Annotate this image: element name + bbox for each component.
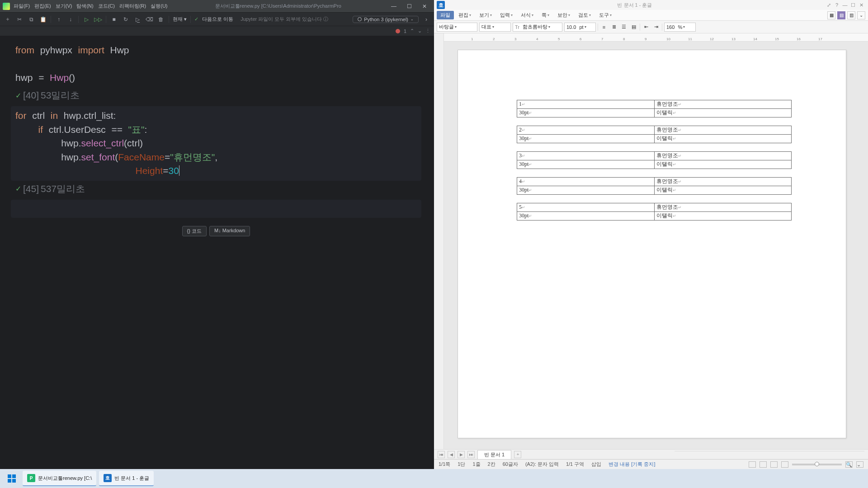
add-cell-icon[interactable]: ＋ bbox=[4, 15, 12, 23]
document-table[interactable]: 3↵휴먼명조↵30pt↵이탤릭↵ bbox=[517, 151, 792, 169]
zoom-fit-icon[interactable]: 🔍 bbox=[845, 461, 853, 468]
hg-help-icon[interactable]: ? bbox=[833, 2, 841, 8]
align-center-icon[interactable]: ≣ bbox=[610, 23, 618, 31]
pycharm-menu-item[interactable]: 실행(U) bbox=[149, 2, 169, 10]
add-code-cell-button[interactable]: {} 코드 bbox=[182, 226, 207, 236]
view-mode-1-icon[interactable] bbox=[749, 461, 756, 468]
vertical-ruler bbox=[434, 33, 444, 449]
document-table[interactable]: 2↵휴먼명조↵30pt↵이탤릭↵ bbox=[517, 126, 792, 143]
view-mode-2-icon[interactable] bbox=[760, 461, 767, 468]
align-justify-icon[interactable]: ▤ bbox=[630, 23, 638, 31]
hangul-menu-item[interactable]: 편집▾ bbox=[455, 11, 475, 19]
pycharm-menu-item[interactable]: 편집(E) bbox=[33, 2, 53, 10]
goto-next-label[interactable]: 다음으로 이동 bbox=[202, 16, 233, 23]
add-tab-icon[interactable]: ＋ bbox=[514, 451, 521, 458]
taskbar-app[interactable]: P문서비교툴renew.py [C:\ bbox=[23, 471, 96, 486]
document-tab[interactable]: 빈 문서 1 bbox=[477, 450, 511, 459]
tab-next-icon[interactable]: ▶ bbox=[458, 451, 465, 458]
minimize-button[interactable]: — bbox=[387, 3, 401, 9]
zoom-combo[interactable]: 160 %▾ bbox=[664, 23, 696, 32]
delete-icon[interactable]: 🗑 bbox=[157, 15, 165, 23]
hangul-titlebar: 호 빈 문서 1 - 훈글 ⤢ ? — ☐ ✕ bbox=[434, 0, 868, 10]
toolbar-overflow-icon[interactable]: › bbox=[422, 15, 430, 23]
hangul-menu-item[interactable]: 쪽▾ bbox=[538, 11, 553, 19]
hangul-menu-item[interactable]: 입력▾ bbox=[496, 11, 516, 19]
move-down-icon[interactable]: ↓ bbox=[66, 15, 75, 23]
nav-up-icon[interactable]: ⌃ bbox=[410, 28, 414, 34]
stop-icon[interactable]: ■ bbox=[110, 15, 118, 23]
view-toggle-2[interactable]: ▤ bbox=[837, 11, 845, 19]
align-left-icon[interactable]: ≡ bbox=[600, 23, 608, 31]
maximize-button[interactable]: ☐ bbox=[402, 3, 416, 9]
indent-icon[interactable]: ⇤ bbox=[642, 23, 650, 31]
copy-icon[interactable]: ⧉ bbox=[27, 15, 35, 23]
view-mode-4-icon[interactable] bbox=[781, 461, 788, 468]
pycharm-menu-item[interactable]: 코드(C) bbox=[96, 2, 117, 10]
cut-icon[interactable]: ✂ bbox=[15, 15, 24, 23]
code-cell[interactable]: from pyhwpx import Hwp hwp = Hwp() bbox=[11, 41, 421, 87]
app-icon: 호 bbox=[104, 474, 112, 482]
paste-icon[interactable]: 📋 bbox=[39, 15, 47, 23]
app-label: 문서비교툴renew.py [C:\ bbox=[38, 475, 92, 482]
horizontal-scrollbar[interactable] bbox=[675, 451, 864, 458]
run-cell-icon[interactable]: ▷ bbox=[82, 15, 90, 23]
hangul-menu-item[interactable]: 파일 bbox=[437, 11, 454, 19]
outdent-icon[interactable]: ⇥ bbox=[652, 23, 660, 31]
hg-maximize-button[interactable]: ☐ bbox=[849, 2, 857, 8]
add-markdown-cell-button[interactable]: M↓ Markdown bbox=[209, 226, 250, 236]
code-cell[interactable]: for ctrl in hwp.ctrl_list: if ctrl.UserD… bbox=[11, 106, 421, 180]
hangul-title: 빈 문서 1 - 훈글 bbox=[445, 2, 825, 9]
error-indicator-icon[interactable] bbox=[396, 29, 400, 33]
pycharm-menu-item[interactable]: 리팩터링(R) bbox=[118, 2, 148, 10]
pycharm-menu-item[interactable]: 보기(V) bbox=[54, 2, 74, 10]
windows-taskbar: P문서비교툴renew.py [C:\호빈 문서 1 - 훈글 bbox=[0, 469, 868, 488]
close-button[interactable]: ✕ bbox=[418, 3, 431, 9]
font-combo[interactable]: Tr 함초롬바탕▾ bbox=[513, 23, 562, 32]
hg-expand-icon[interactable]: ⤢ bbox=[825, 2, 833, 8]
pycharm-menu-item[interactable]: 탐색(N) bbox=[75, 2, 95, 10]
empty-cell[interactable] bbox=[11, 200, 421, 218]
restart-icon[interactable]: ↻ bbox=[122, 15, 130, 23]
inspection-menu-icon[interactable]: ⋮ bbox=[425, 28, 430, 34]
para-combo[interactable]: 대표▾ bbox=[479, 23, 511, 32]
zoom-slider[interactable] bbox=[792, 464, 842, 465]
pycharm-menu-item[interactable]: 파일(F) bbox=[12, 2, 32, 10]
document-table[interactable]: 5↵휴먼명조↵30pt↵이탤릭↵ bbox=[517, 203, 792, 221]
cell-output-status: ✓[40] 53밀리초 bbox=[11, 88, 421, 103]
hangul-menu-item[interactable]: 보기▾ bbox=[476, 11, 495, 19]
view-mode-3-icon[interactable] bbox=[770, 461, 778, 468]
run-config-dropdown[interactable]: 현재 ▾ bbox=[173, 16, 187, 23]
run-all-icon[interactable]: ▷▷ bbox=[94, 15, 102, 23]
zoom-menu-icon[interactable]: ⌄ bbox=[856, 461, 863, 468]
taskbar-app[interactable]: 호빈 문서 1 - 훈글 bbox=[99, 471, 154, 486]
hangul-menu-item[interactable]: 검토▾ bbox=[575, 11, 594, 19]
align-right-icon[interactable]: ☰ bbox=[620, 23, 628, 31]
document-table[interactable]: 1↵휴먼명조↵30pt↵이탤릭↵ bbox=[517, 100, 792, 117]
start-button[interactable] bbox=[4, 471, 20, 486]
tab-first-icon[interactable]: ⏮ bbox=[438, 451, 445, 458]
tab-last-icon[interactable]: ⏭ bbox=[467, 451, 475, 458]
view-toggle-dropdown[interactable]: ⌄ bbox=[857, 11, 865, 19]
document-page[interactable]: 1↵휴먼명조↵30pt↵이탤릭↵2↵휴먼명조↵30pt↵이탤릭↵3↵휴먼명조↵3… bbox=[458, 50, 846, 438]
status-track[interactable]: 변경 내용 [기록 중지] bbox=[609, 461, 655, 468]
run-above-icon[interactable]: ▷̲ bbox=[133, 15, 142, 23]
fontsize-combo[interactable]: 10.0 pt▾ bbox=[564, 23, 596, 32]
hangul-format-toolbar: 바탕글▾ 대표▾ Tr 함초롬바탕▾ 10.0 pt▾ ≡ ≣ ☰ ▤ ⇤ ⇥ … bbox=[434, 21, 868, 33]
clear-icon[interactable]: ⌫ bbox=[145, 15, 153, 23]
view-toggle-1[interactable]: ▦ bbox=[827, 11, 835, 19]
notebook-editor[interactable]: from pyhwpx import Hwp hwp = Hwp()✓[40] … bbox=[0, 36, 434, 469]
tab-prev-icon[interactable]: ◀ bbox=[448, 451, 455, 458]
document-table[interactable]: 4↵휴먼명조↵30pt↵이탤릭↵ bbox=[517, 177, 792, 195]
nav-down-icon[interactable]: ⌄ bbox=[418, 28, 422, 34]
move-up-icon[interactable]: ↑ bbox=[55, 15, 63, 23]
view-toggle-3[interactable]: ▥ bbox=[847, 11, 855, 19]
hg-close-button[interactable]: ✕ bbox=[857, 2, 865, 8]
hangul-menu-item[interactable]: 도구▾ bbox=[595, 11, 615, 19]
hangul-menu-item[interactable]: 서식▾ bbox=[517, 11, 537, 19]
ruler-tick: 10 bbox=[666, 37, 670, 41]
hg-minimize-button[interactable]: — bbox=[841, 2, 849, 8]
hangul-menu-item[interactable]: 보안▾ bbox=[554, 11, 574, 19]
page-viewport[interactable]: 1↵휴먼명조↵30pt↵이탤릭↵2↵휴먼명조↵30pt↵이탤릭↵3↵휴먼명조↵3… bbox=[444, 42, 868, 449]
style-combo[interactable]: 바탕글▾ bbox=[437, 23, 477, 32]
kernel-selector[interactable]: Python 3 (ipykernel) ⌄ bbox=[353, 16, 419, 23]
